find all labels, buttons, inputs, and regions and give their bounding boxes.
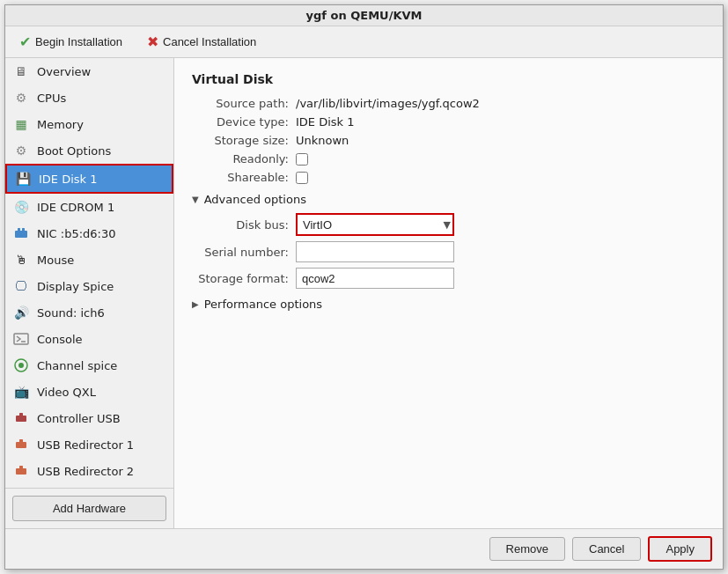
sidebar-item-ide-cdrom-1[interactable]: 💿 IDE CDROM 1 <box>5 194 173 220</box>
readonly-label: Readonly: <box>192 152 289 166</box>
channel-icon <box>12 357 30 374</box>
cancel-installation-label: Cancel Installation <box>163 35 256 48</box>
sidebar: 🖥 Overview ⚙ CPUs ▦ Memory ⚙ Boot Option… <box>5 58 174 528</box>
display-icon: 🖵 <box>12 277 30 295</box>
remove-button[interactable]: Remove <box>489 537 565 561</box>
advanced-options-label: Advanced options <box>204 193 306 206</box>
sidebar-item-usb-redirector-2[interactable]: USB Redirector 2 <box>5 458 173 484</box>
sidebar-item-controller-usb[interactable]: Controller USB <box>5 405 173 431</box>
serial-number-input[interactable] <box>296 241 454 262</box>
sidebar-item-memory[interactable]: ▦ Memory <box>5 111 173 137</box>
sidebar-item-mouse[interactable]: 🖱 Mouse <box>5 247 173 273</box>
performance-options-expand-icon: ▶ <box>192 299 199 309</box>
apply-label: Apply <box>665 542 695 556</box>
cancel-button[interactable]: Cancel <box>572 537 641 561</box>
shareable-checkbox[interactable] <box>296 172 308 184</box>
sidebar-label-memory: Memory <box>37 118 84 131</box>
storage-format-row: Storage format: <box>192 268 705 289</box>
source-path-value: /var/lib/libvirt/images/ygf.qcow2 <box>296 97 480 110</box>
svg-point-6 <box>18 363 24 368</box>
sidebar-label-channel-spice: Channel spice <box>37 359 117 372</box>
cancel-label: Cancel <box>589 542 624 556</box>
performance-options-label: Performance options <box>204 298 322 311</box>
svg-rect-0 <box>15 231 27 238</box>
mouse-icon: 🖱 <box>12 251 30 269</box>
storage-format-input[interactable] <box>296 268 454 289</box>
svg-rect-7 <box>16 416 26 422</box>
sidebar-label-ide-cdrom-1: IDE CDROM 1 <box>37 201 114 214</box>
bottom-bar: Remove Cancel Apply <box>5 528 723 569</box>
sidebar-item-channel-spice[interactable]: Channel spice <box>5 352 173 379</box>
cancel-installation-button[interactable]: ✖ Cancel Installation <box>143 32 260 52</box>
usb-redirector-2-icon <box>12 462 30 480</box>
performance-options-header[interactable]: ▶ Performance options <box>192 298 705 311</box>
sidebar-item-overview[interactable]: 🖥 Overview <box>5 58 173 85</box>
storage-size-label: Storage size: <box>192 134 289 147</box>
disk-bus-row: Disk bus: VirtIO IDE SCSI USB SATA ▼ <box>192 213 705 236</box>
serial-number-label: Serial number: <box>192 246 289 259</box>
overview-icon: 🖥 <box>12 63 30 80</box>
svg-rect-9 <box>16 442 26 448</box>
sidebar-label-display-spice: Display Spice <box>37 280 114 293</box>
sidebar-item-console[interactable]: Console <box>5 326 173 352</box>
source-path-row: Source path: /var/lib/libvirt/images/ygf… <box>192 97 705 110</box>
sidebar-item-nic[interactable]: NIC :b5:d6:30 <box>5 220 173 247</box>
readonly-row: Readonly: <box>192 152 705 166</box>
device-type-label: Device type: <box>192 115 289 129</box>
console-icon <box>12 330 30 348</box>
sidebar-item-sound-ich6[interactable]: 🔊 Sound: ich6 <box>5 299 173 326</box>
begin-installation-label: Begin Installation <box>35 35 122 48</box>
svg-rect-10 <box>19 439 23 443</box>
title-bar: ygf on QEMU/KVM <box>5 5 723 26</box>
window-title: ygf on QEMU/KVM <box>306 9 423 22</box>
panel-title: Virtual Disk <box>192 72 705 86</box>
sidebar-label-mouse: Mouse <box>37 254 74 267</box>
disk-icon: 💾 <box>14 170 32 188</box>
sidebar-item-usb-redirector-1[interactable]: USB Redirector 1 <box>5 431 173 458</box>
sidebar-item-video-qxl[interactable]: 📺 Video QXL <box>5 379 173 405</box>
sidebar-label-ide-disk-1: IDE Disk 1 <box>39 173 98 186</box>
disk-bus-label: Disk bus: <box>192 218 289 232</box>
usb-redirector-1-icon <box>12 436 30 453</box>
add-hardware-button[interactable]: Add Hardware <box>12 496 166 521</box>
sidebar-label-controller-usb: Controller USB <box>37 412 121 425</box>
sidebar-label-cpus: CPUs <box>37 92 66 105</box>
check-icon: ✔ <box>19 33 31 50</box>
sidebar-label-console: Console <box>37 333 83 346</box>
svg-rect-8 <box>19 413 23 416</box>
sidebar-label-overview: Overview <box>37 65 91 78</box>
boot-icon: ⚙ <box>12 142 30 159</box>
begin-installation-button[interactable]: ✔ Begin Installation <box>16 32 126 52</box>
cdrom-icon: 💿 <box>12 198 30 216</box>
sidebar-item-display-spice[interactable]: 🖵 Display Spice <box>5 273 173 299</box>
serial-number-row: Serial number: <box>192 241 705 262</box>
detail-panel: Virtual Disk Source path: /var/lib/libvi… <box>174 58 723 528</box>
add-hardware-label: Add Hardware <box>53 502 126 515</box>
memory-icon: ▦ <box>12 115 30 133</box>
sidebar-label-usb-redirector-1: USB Redirector 1 <box>37 438 134 452</box>
sidebar-item-cpus[interactable]: ⚙ CPUs <box>5 85 173 111</box>
advanced-options-collapse-icon: ▼ <box>192 195 199 204</box>
nic-icon <box>12 224 30 242</box>
main-content: 🖥 Overview ⚙ CPUs ▦ Memory ⚙ Boot Option… <box>5 58 723 528</box>
sidebar-footer: Add Hardware <box>5 488 173 528</box>
video-icon: 📺 <box>12 383 30 401</box>
remove-label: Remove <box>506 542 548 556</box>
svg-rect-11 <box>16 468 26 475</box>
sidebar-item-boot-options[interactable]: ⚙ Boot Options <box>5 137 173 164</box>
apply-button[interactable]: Apply <box>648 536 712 562</box>
sidebar-item-ide-disk-1[interactable]: 💾 IDE Disk 1 <box>5 164 173 194</box>
advanced-options-header[interactable]: ▼ Advanced options <box>192 193 705 206</box>
shareable-row: Shareable: <box>192 171 705 184</box>
svg-rect-12 <box>19 466 23 469</box>
disk-bus-select[interactable]: VirtIO IDE SCSI USB SATA <box>296 213 454 236</box>
storage-format-label: Storage format: <box>192 272 289 285</box>
main-window: ygf on QEMU/KVM ✔ Begin Installation ✖ C… <box>4 4 724 570</box>
device-type-row: Device type: IDE Disk 1 <box>192 115 705 129</box>
storage-size-value: Unknown <box>296 134 349 147</box>
source-path-label: Source path: <box>192 97 289 110</box>
readonly-checkbox[interactable] <box>296 153 308 166</box>
sound-icon: 🔊 <box>12 304 30 321</box>
svg-rect-2 <box>22 228 25 232</box>
sidebar-label-video-qxl: Video QXL <box>37 386 96 399</box>
